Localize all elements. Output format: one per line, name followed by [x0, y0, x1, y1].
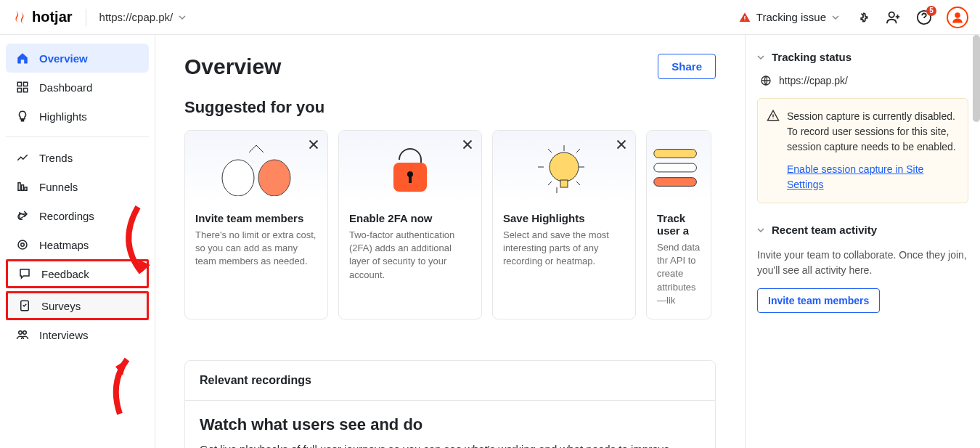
scrollbar[interactable]: [973, 35, 980, 122]
help-icon[interactable]: 5: [916, 9, 932, 25]
svg-rect-19: [409, 176, 412, 183]
svg-rect-24: [654, 178, 697, 187]
feedback-icon: [18, 267, 31, 280]
svg-rect-7: [18, 183, 20, 191]
sidebar-item-label: Funnels: [39, 181, 78, 193]
card-track-user[interactable]: Track user a Send data thr API to create…: [646, 130, 711, 319]
card-illustration: [647, 131, 711, 203]
svg-point-15: [222, 160, 254, 196]
recordings-section: Relevant recordings Watch what users see…: [184, 360, 716, 448]
tracking-status-header[interactable]: Tracking status: [757, 51, 968, 63]
activity-text: Invite your team to collaborate. Once th…: [757, 248, 968, 278]
sidebar-item-feedback[interactable]: Feedback: [6, 259, 149, 288]
svg-point-16: [258, 160, 290, 196]
funnels-icon: [16, 180, 29, 193]
alert-text: Session capture is currently disabled. T…: [787, 110, 956, 152]
globe-icon: [760, 75, 772, 86]
card-desc: Send data thr API to create attributes—l…: [657, 241, 701, 307]
close-icon[interactable]: [306, 137, 322, 152]
svg-rect-9: [25, 187, 27, 191]
help-badge: 5: [926, 6, 936, 16]
share-button[interactable]: Share: [658, 54, 716, 79]
svg-rect-23: [654, 163, 697, 172]
brand-name: hotjar: [32, 9, 73, 25]
sidebar-item-label: Recordings: [39, 210, 94, 222]
surveys-icon: [18, 299, 31, 312]
chevron-down-icon: [179, 14, 186, 21]
tracking-issue-label: Tracking issue: [756, 11, 826, 23]
card-title: Save Highlights: [503, 212, 625, 224]
heatmaps-icon: [16, 238, 29, 251]
home-icon: [16, 52, 29, 65]
dashboard-icon: [16, 81, 29, 94]
app-header: hotjar https://cpap.pk/ Tracking issue 5: [0, 0, 980, 35]
svg-point-14: [23, 331, 27, 335]
sidebar-item-label: Trends: [39, 152, 73, 164]
right-panel: Tracking status https://cpap.pk/ Session…: [745, 35, 980, 448]
trends-icon: [16, 151, 29, 164]
card-desc: There's no limit or extra cost, so you c…: [195, 229, 317, 269]
warning-outline-icon: [767, 109, 780, 122]
card-desc: Select and save the most interesting par…: [503, 229, 625, 269]
sidebar-item-recordings[interactable]: Recordings: [6, 201, 149, 230]
invite-team-button[interactable]: Invite team members: [757, 288, 880, 313]
card-save-highlights[interactable]: Save Highlights Select and save the most…: [492, 130, 636, 319]
card-desc: Two-factor authentication (2FA) adds an …: [349, 229, 471, 282]
svg-point-10: [21, 243, 25, 247]
svg-rect-21: [560, 180, 568, 187]
chevron-down-icon: [757, 227, 764, 234]
bulb-icon: [16, 110, 29, 123]
sidebar: Overview Dashboard Highlights Trends Fun…: [0, 35, 155, 448]
sidebar-item-interviews[interactable]: Interviews: [6, 320, 149, 349]
svg-rect-6: [24, 89, 28, 92]
svg-point-13: [19, 331, 23, 335]
svg-point-11: [18, 240, 27, 249]
svg-point-0: [889, 12, 894, 17]
card-title: Track user a: [657, 212, 701, 237]
sidebar-item-trends[interactable]: Trends: [6, 143, 149, 172]
recent-activity-header[interactable]: Recent team activity: [757, 224, 968, 236]
page-title: Overview: [184, 54, 281, 79]
recordings-desc: Get live playbacks of full user journeys…: [200, 443, 701, 448]
card-invite-team[interactable]: Invite team members There's no limit or …: [184, 130, 328, 319]
sidebar-item-highlights[interactable]: Highlights: [6, 102, 149, 131]
card-title: Enable 2FA now: [349, 212, 471, 224]
sidebar-item-surveys[interactable]: Surveys: [6, 291, 149, 320]
svg-point-2: [955, 12, 960, 18]
site-picker[interactable]: https://cpap.pk/: [99, 11, 187, 23]
sidebar-item-label: Highlights: [39, 110, 87, 123]
integrations-icon[interactable]: [855, 9, 871, 25]
card-title: Invite team members: [195, 212, 317, 224]
suggested-heading: Suggested for you: [184, 98, 716, 117]
add-user-icon[interactable]: [886, 9, 902, 25]
sidebar-item-heatmaps[interactable]: Heatmaps: [6, 230, 149, 259]
chevron-down-icon: [832, 14, 839, 21]
suggestion-cards: Invite team members There's no limit or …: [184, 130, 716, 319]
recordings-header: Relevant recordings: [185, 361, 715, 401]
brand-logo[interactable]: hotjar: [12, 9, 73, 25]
tracking-issue-indicator[interactable]: Tracking issue: [739, 11, 839, 23]
card-enable-2fa[interactable]: Enable 2FA now Two-factor authentication…: [338, 130, 482, 319]
session-capture-alert: Session capture is currently disabled. T…: [757, 98, 968, 203]
divider: [6, 137, 149, 137]
avatar[interactable]: [947, 7, 968, 28]
site-url: https://cpap.pk/: [99, 11, 173, 23]
recordings-title: Watch what users see and do: [200, 415, 701, 434]
hotjar-logo-icon: [12, 9, 28, 25]
sidebar-item-dashboard[interactable]: Dashboard: [6, 73, 149, 102]
svg-rect-3: [17, 82, 21, 86]
sidebar-item-overview[interactable]: Overview: [6, 44, 149, 73]
close-icon[interactable]: [613, 137, 629, 152]
sidebar-item-label: Heatmaps: [39, 239, 89, 251]
svg-point-20: [550, 152, 579, 182]
svg-rect-4: [24, 82, 28, 86]
sidebar-item-funnels[interactable]: Funnels: [6, 172, 149, 201]
interviews-icon: [16, 328, 29, 341]
close-icon[interactable]: [460, 137, 475, 152]
svg-rect-8: [22, 185, 24, 191]
sidebar-item-label: Feedback: [41, 268, 89, 280]
sidebar-item-label: Dashboard: [39, 81, 92, 94]
tracking-url: https://cpap.pk/: [757, 75, 968, 86]
enable-session-capture-link[interactable]: Enable session capture in Site Settings: [787, 162, 957, 192]
sidebar-item-label: Overview: [39, 52, 88, 65]
